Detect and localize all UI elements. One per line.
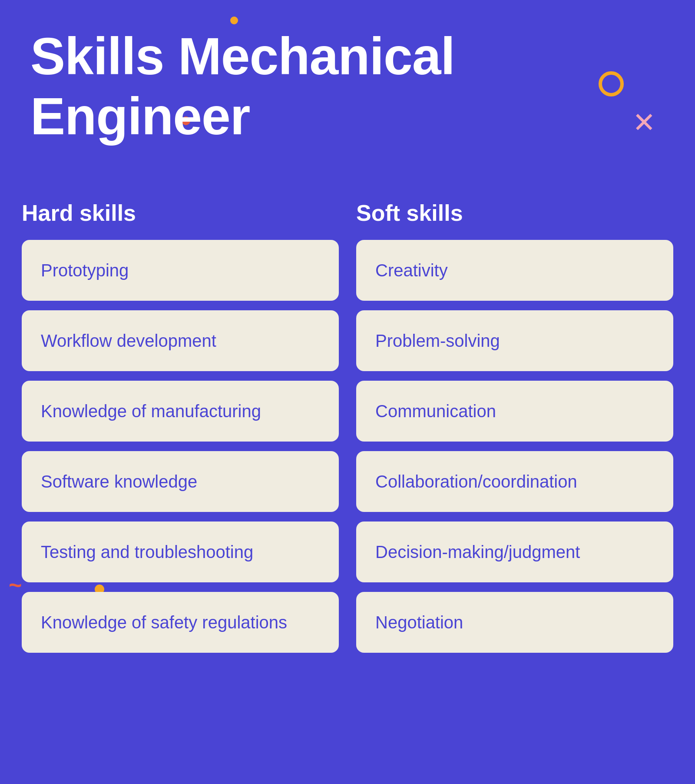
hard-skill-card-2: Workflow development bbox=[22, 310, 339, 371]
hard-skills-column: Hard skills Prototyping Workflow develop… bbox=[22, 200, 339, 662]
squiggle-decoration: ~ bbox=[9, 574, 22, 596]
soft-skill-label-3: Communication bbox=[375, 402, 496, 421]
page-background: ✕ ~ Skills Mechanical Engineer Hard skil… bbox=[0, 0, 695, 784]
hard-skill-label-1: Prototyping bbox=[41, 261, 129, 280]
hard-skill-card-5: Testing and troubleshooting bbox=[22, 522, 339, 582]
soft-skills-column: Soft skills Creativity Problem-solving C… bbox=[356, 200, 673, 662]
soft-skill-label-5: Decision-making/judgment bbox=[375, 542, 580, 561]
soft-skill-card-3: Communication bbox=[356, 381, 673, 442]
soft-skill-label-1: Creativity bbox=[375, 261, 448, 280]
hard-skill-card-6: Knowledge of safety regulations bbox=[22, 592, 339, 653]
hard-skill-label-3: Knowledge of manufacturing bbox=[41, 402, 261, 421]
dot-decoration-top bbox=[230, 17, 238, 24]
cross-decoration: ✕ bbox=[632, 109, 656, 136]
soft-skill-card-5: Decision-making/judgment bbox=[356, 522, 673, 582]
circle-decoration bbox=[599, 71, 624, 96]
soft-skill-card-6: Negotiation bbox=[356, 592, 673, 653]
hard-skill-label-6: Knowledge of safety regulations bbox=[41, 613, 287, 632]
hard-skill-card-3: Knowledge of manufacturing bbox=[22, 381, 339, 442]
hard-skill-label-5: Testing and troubleshooting bbox=[41, 542, 253, 561]
hard-skill-card-4: Software knowledge bbox=[22, 451, 339, 512]
soft-skill-label-2: Problem-solving bbox=[375, 331, 500, 350]
hard-skills-heading: Hard skills bbox=[22, 200, 339, 226]
hard-skill-card-1: Prototyping bbox=[22, 240, 339, 301]
hard-skill-label-4: Software knowledge bbox=[41, 472, 197, 491]
soft-skill-card-1: Creativity bbox=[356, 240, 673, 301]
skills-columns: Hard skills Prototyping Workflow develop… bbox=[22, 200, 673, 662]
soft-skills-heading: Soft skills bbox=[356, 200, 673, 226]
hard-skill-label-2: Workflow development bbox=[41, 331, 216, 350]
soft-skill-card-4: Collaboration/coordination bbox=[356, 451, 673, 512]
soft-skill-label-4: Collaboration/coordination bbox=[375, 472, 577, 491]
page-title: Skills Mechanical Engineer bbox=[30, 26, 455, 146]
soft-skill-card-2: Problem-solving bbox=[356, 310, 673, 371]
soft-skill-label-6: Negotiation bbox=[375, 613, 463, 632]
